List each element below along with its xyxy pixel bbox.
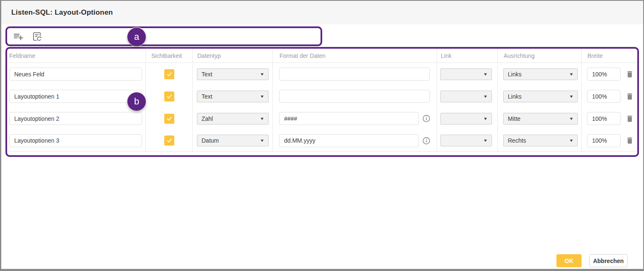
table-row-1-datentyp: Text ▼ [193,63,273,85]
chevron-down-icon: ▼ [483,94,488,99]
column-header-link: Link [437,49,498,63]
layout-options-table: Feldname Sichtbarkeit Datentyp Format de… [5,47,639,157]
sichtbarkeit-checkbox[interactable] [164,91,174,102]
datentyp-select[interactable]: Zahl ▼ [197,113,269,125]
table-row-2-format [273,85,437,107]
ausrichtung-select[interactable]: Rechts ▼ [503,135,578,146]
table-row-3-breite [582,107,637,130]
toolbar [5,26,322,46]
table-row-4-datentyp: Datum ▼ [193,130,273,152]
cancel-button[interactable]: Abbrechen [589,254,628,267]
table-row-1-ausrichtung: Links ▼ [498,63,582,85]
table-row-4-format [273,130,437,152]
annotation-b-label: b [134,96,139,107]
datentyp-select[interactable]: Text ▼ [197,68,269,80]
feldname-input[interactable] [9,90,142,103]
datentyp-value: Zahl [202,115,213,122]
column-header-datentyp: Datentyp [193,49,273,63]
chevron-down-icon: ▼ [569,94,574,99]
table-row-4-link: ▼ [437,130,498,152]
delete-row-icon[interactable] [626,92,634,101]
breite-input[interactable] [587,68,621,81]
datentyp-value: Text [202,71,212,78]
table-row-2-link: ▼ [437,85,498,107]
format-input[interactable] [279,90,430,103]
sichtbarkeit-checkbox[interactable] [164,136,174,146]
table-row-4-feldname [7,130,146,152]
table-row-3-format [273,107,437,130]
restore-layout-icon[interactable] [31,31,42,42]
ausrichtung-select[interactable]: Links ▼ [503,68,578,80]
table-row-1-format [273,63,437,85]
format-info-icon[interactable] [422,137,430,145]
chevron-down-icon: ▼ [569,138,574,143]
table-row-1-feldname [7,63,146,85]
ausrichtung-value: Links [508,71,522,78]
breite-input[interactable] [587,112,621,125]
chevron-down-icon: ▼ [260,94,264,99]
sichtbarkeit-checkbox[interactable] [164,114,174,124]
table-row-4-breite [582,130,637,152]
format-info-icon[interactable] [422,115,430,122]
link-select[interactable]: ▼ [440,68,492,80]
datentyp-select[interactable]: Datum ▼ [197,135,269,146]
breite-input[interactable] [587,90,621,103]
column-header-sichtbarkeit: Sichtbarkeit [146,49,193,63]
format-input[interactable] [279,68,430,81]
ausrichtung-value: Links [508,93,522,100]
dialog-window: Listen-SQL: Layout-Optionen a Feldname S… [0,0,644,271]
format-input[interactable] [279,134,419,147]
annotation-b: b [127,92,146,111]
table-row-3-sichtbarkeit [146,107,193,130]
datentyp-value: Datum [202,137,219,144]
column-header-breite: Breite [582,49,637,63]
page-title: Listen-SQL: Layout-Optionen [11,8,113,17]
table-row-2-ausrichtung: Links ▼ [498,85,582,107]
chevron-down-icon: ▼ [260,72,264,76]
datentyp-value: Text [202,93,212,100]
feldname-input[interactable] [9,68,142,81]
link-select[interactable]: ▼ [440,135,492,146]
ok-button[interactable]: OK [556,254,582,267]
ausrichtung-value: Rechts [508,137,526,144]
column-header-feldname: Feldname [7,49,146,63]
chevron-down-icon: ▼ [260,138,264,143]
column-header-format: Format der Daten [273,49,437,63]
chevron-down-icon: ▼ [569,72,574,76]
chevron-down-icon: ▼ [483,72,488,76]
table-row-2-sichtbarkeit [146,85,193,107]
breite-input[interactable] [587,134,621,147]
ausrichtung-select[interactable]: Links ▼ [503,91,578,102]
delete-row-icon[interactable] [626,115,634,123]
datentyp-select[interactable]: Text ▼ [197,91,269,102]
table-row-2-datentyp: Text ▼ [193,85,273,107]
title-bar: Listen-SQL: Layout-Optionen [1,1,643,24]
table-row-2-feldname [7,85,146,107]
link-select[interactable]: ▼ [440,91,492,102]
chevron-down-icon: ▼ [569,117,574,121]
sichtbarkeit-checkbox[interactable] [164,69,174,79]
table-row-1-breite [582,63,637,85]
table-row-3-feldname [7,107,146,130]
delete-row-icon[interactable] [626,70,634,78]
feldname-input[interactable] [9,134,142,147]
ausrichtung-select[interactable]: Mitte ▼ [503,113,578,125]
link-select[interactable]: ▼ [440,113,492,125]
format-input[interactable] [279,112,419,125]
table-row-3-ausrichtung: Mitte ▼ [498,107,582,130]
annotation-a: a [127,28,146,46]
delete-row-icon[interactable] [626,136,634,145]
table-row-1-sichtbarkeit [146,63,193,85]
add-list-row-icon[interactable] [13,31,24,42]
ausrichtung-value: Mitte [508,115,520,122]
table-row-4-sichtbarkeit [146,130,193,152]
table-row-3-datentyp: Zahl ▼ [193,107,273,130]
annotation-a-label: a [134,31,139,42]
table-row-2-breite [582,85,637,107]
feldname-input[interactable] [9,112,142,125]
column-header-ausrichtung: Ausrichtung [498,49,582,63]
chevron-down-icon: ▼ [483,138,488,143]
chevron-down-icon: ▼ [483,117,488,121]
table-row-3-link: ▼ [437,107,498,130]
chevron-down-icon: ▼ [260,117,264,121]
